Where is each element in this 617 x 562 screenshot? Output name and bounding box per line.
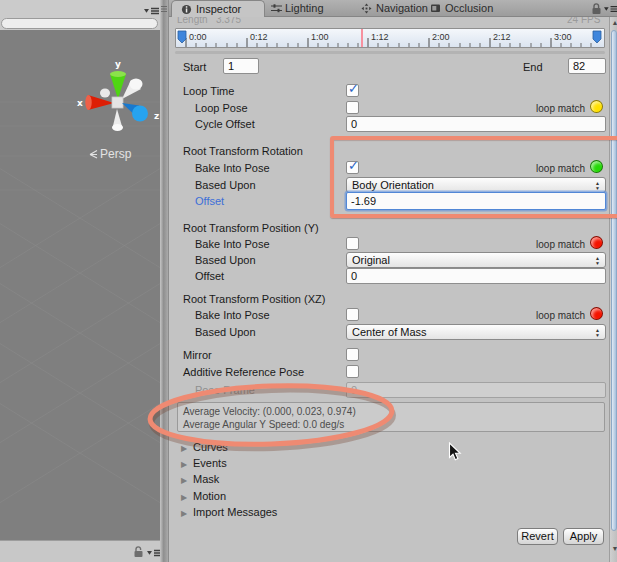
tab-lighting[interactable]: Lighting <box>285 2 324 14</box>
clip-fps-value: 24 FPS <box>567 17 600 26</box>
rtpxz-bake-checkbox[interactable] <box>346 308 359 321</box>
rtpxz-based-upon-dropdown[interactable]: Center of Mass <box>346 324 606 340</box>
foldout-import-messages[interactable]: Import Messages <box>193 506 277 519</box>
timeline-ruler[interactable]: 0:00 0:12 1:00 1:12 2:00 2:12 3:00 <box>175 28 605 48</box>
loop-match-label: loop match <box>499 238 585 251</box>
rtpy-based-upon-label: Based Upon <box>195 254 256 267</box>
panel-menu-icon[interactable] <box>144 7 159 15</box>
persp-gizmo-icon <box>88 149 98 159</box>
rtr-bake-label: Bake Into Pose <box>195 162 270 175</box>
foldout-arrow-icon[interactable] <box>181 508 187 520</box>
inspector-tab-icon <box>181 4 192 15</box>
tick-label: 0:00 <box>189 32 207 42</box>
panel-divider[interactable] <box>160 0 168 562</box>
revert-button[interactable]: Revert <box>517 528 558 545</box>
foldout-mask[interactable]: Mask <box>193 473 219 486</box>
rtr-bake-checkbox[interactable]: ✓ <box>346 161 359 174</box>
lock-icon[interactable] <box>133 546 144 558</box>
rtpy-bake-checkbox[interactable] <box>346 237 359 250</box>
scene-orientation-gizmo[interactable]: y x z <box>70 55 160 150</box>
timeline-scroll-track[interactable] <box>175 51 605 54</box>
tick-label: 2:00 <box>432 32 450 42</box>
rtpxz-bake-label: Bake Into Pose <box>195 309 270 322</box>
scroll-up-arrow[interactable]: ▲ <box>611 19 617 26</box>
pose-frame-label: Pose Frame <box>195 384 255 397</box>
clip-info-row: Length 3.375 24 FPS <box>169 17 609 27</box>
inspector-menu-icon[interactable] <box>604 5 617 13</box>
timeline-end-marker[interactable] <box>593 31 601 43</box>
loop-pose-checkbox[interactable] <box>346 101 359 114</box>
dropdown-arrows-icon <box>595 181 600 191</box>
rtpy-offset-field[interactable]: 0 <box>346 268 606 284</box>
foldout-events[interactable]: Events <box>193 457 227 470</box>
unity-editor-window: y x z Persp <box>0 0 617 562</box>
scene-view-header <box>0 0 160 30</box>
gizmo-x-axis[interactable] <box>88 95 114 110</box>
foldout-arrow-icon[interactable] <box>181 459 187 471</box>
additive-reference-pose-checkbox[interactable] <box>346 365 359 378</box>
gizmo-z-label: z <box>154 111 159 121</box>
pose-frame-field: 0 <box>346 382 606 398</box>
loop-match-indicator-yellow <box>590 100 603 113</box>
rtr-offset-field[interactable]: -1.69 <box>346 192 606 210</box>
occlusion-tab-icon <box>430 3 441 14</box>
foldout-motion[interactable]: Motion <box>193 490 226 503</box>
rtpy-offset-label: Offset <box>195 270 224 283</box>
end-field[interactable]: 82 <box>568 58 606 74</box>
foldout-arrow-icon[interactable] <box>181 443 187 455</box>
tick-label: 3:00 <box>554 32 572 42</box>
tab-inspector[interactable]: Inspector <box>171 0 265 17</box>
inspector-scrollbar[interactable]: ▲ ▼ <box>609 17 617 562</box>
rtpy-bake-label: Bake Into Pose <box>195 238 270 251</box>
rtr-based-upon-label: Based Upon <box>195 179 256 192</box>
average-velocity-line: Average Velocity: (0.000, 0.023, 0.974) <box>183 405 599 418</box>
foldout-curves[interactable]: Curves <box>193 441 228 454</box>
loop-time-label: Loop Time <box>183 85 234 98</box>
rtpy-based-upon-dropdown[interactable]: Original <box>346 252 606 268</box>
tick-label: 1:12 <box>371 32 389 42</box>
divider-grip-icon <box>160 5 168 13</box>
tick-label: 2:12 <box>493 32 511 42</box>
cycle-offset-field[interactable]: 0 <box>346 116 606 132</box>
gizmo-x-label: x <box>77 98 83 108</box>
persp-label-text: Persp <box>100 147 131 161</box>
lighting-tab-icon <box>271 3 282 14</box>
gizmo-y-axis[interactable] <box>110 74 126 99</box>
mirror-checkbox[interactable] <box>346 348 359 361</box>
root-rotation-title: Root Transform Rotation <box>183 145 303 158</box>
loop-match-indicator-red <box>590 236 603 249</box>
additive-reference-pose-label: Additive Reference Pose <box>183 366 304 379</box>
gizmo-center-cube[interactable] <box>112 97 123 108</box>
scrollbar-thumb[interactable] <box>611 30 617 531</box>
average-angular-speed-line: Average Angular Y Speed: 0.0 deg/s <box>183 418 599 431</box>
scene-viewport[interactable]: y x z Persp <box>0 30 160 540</box>
timeline-start-marker[interactable] <box>178 31 186 43</box>
rtr-based-upon-dropdown[interactable]: Body Orientation <box>346 177 606 193</box>
inspector-lock-icon[interactable] <box>591 3 602 15</box>
start-label: Start <box>183 61 206 74</box>
loop-match-indicator-red <box>590 307 603 320</box>
foldout-arrow-icon[interactable] <box>181 492 187 504</box>
start-field[interactable]: 1 <box>223 58 259 74</box>
scroll-down-arrow[interactable]: ▼ <box>611 545 617 552</box>
scene-view-footer <box>0 540 160 562</box>
tab-navigation[interactable]: Navigation <box>376 2 428 14</box>
root-position-xz-title: Root Transform Position (XZ) <box>183 293 325 306</box>
loop-time-checkbox[interactable]: ✓ <box>346 84 359 97</box>
timeline-ticks <box>176 29 604 47</box>
root-position-y-title: Root Transform Position (Y) <box>183 222 319 235</box>
clip-length-value: 3.375 <box>216 17 241 26</box>
tab-inspector-label: Inspector <box>196 3 241 15</box>
average-velocity-info-box: Average Velocity: (0.000, 0.023, 0.974) … <box>177 402 605 432</box>
tab-bar: Inspector Lighting Navigation Occlusion <box>169 0 617 17</box>
persp-mode-label[interactable]: Persp <box>100 147 131 161</box>
loop-match-label: loop match <box>499 102 585 115</box>
foldout-arrow-icon[interactable] <box>181 475 187 487</box>
apply-button[interactable]: Apply <box>563 528 604 545</box>
scene-toolbar-slider[interactable] <box>1 18 158 29</box>
rtr-offset-label: Offset <box>195 195 224 208</box>
dropdown-arrows-icon <box>595 256 600 266</box>
tab-occlusion[interactable]: Occlusion <box>445 2 493 14</box>
dropdown-arrows-icon <box>595 328 600 338</box>
end-label: End <box>523 61 543 74</box>
